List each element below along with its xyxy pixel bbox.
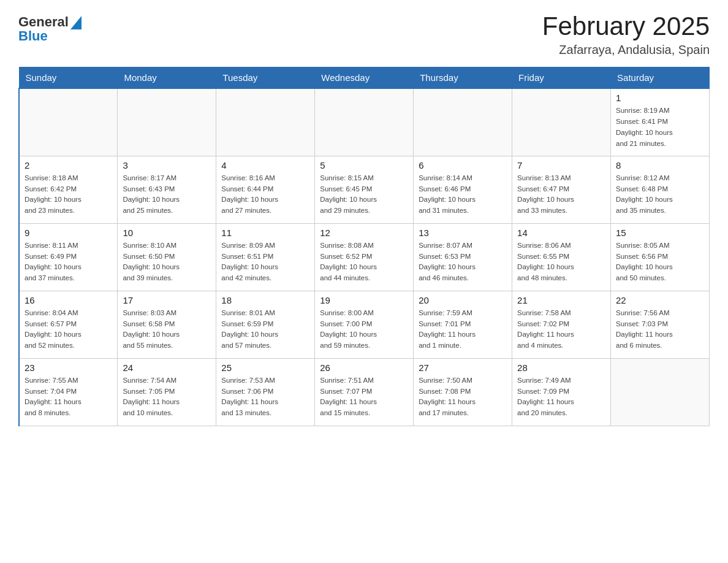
day-number: 4 [221,160,309,170]
calendar-day-cell: 21Sunrise: 7:58 AM Sunset: 7:02 PM Dayli… [512,291,611,358]
day-info: Sunrise: 7:54 AM Sunset: 7:05 PM Dayligh… [123,375,211,419]
calendar-day-cell: 3Sunrise: 8:17 AM Sunset: 6:43 PM Daylig… [118,156,216,223]
calendar-table: SundayMondayTuesdayWednesdayThursdayFrid… [18,67,710,426]
day-info: Sunrise: 8:00 AM Sunset: 7:00 PM Dayligh… [320,308,408,351]
calendar-week-row: 2Sunrise: 8:18 AM Sunset: 6:42 PM Daylig… [19,156,710,223]
calendar-day-cell [414,88,512,156]
day-info: Sunrise: 7:51 AM Sunset: 7:07 PM Dayligh… [320,375,408,419]
day-info: Sunrise: 8:14 AM Sunset: 6:46 PM Dayligh… [419,173,507,216]
logo-triangle-icon [70,16,82,29]
day-info: Sunrise: 8:13 AM Sunset: 6:47 PM Dayligh… [517,173,605,216]
calendar-day-cell [19,88,118,156]
day-number: 20 [419,295,507,305]
day-info: Sunrise: 8:15 AM Sunset: 6:45 PM Dayligh… [320,173,408,216]
day-of-week-header: Sunday [19,67,118,89]
day-number: 10 [123,228,211,238]
title-block: February 2025 Zafarraya, Andalusia, Spai… [542,12,710,57]
day-info: Sunrise: 7:56 AM Sunset: 7:03 PM Dayligh… [616,308,704,351]
day-number: 8 [616,160,704,170]
day-of-week-header: Saturday [611,67,710,89]
calendar-day-cell: 25Sunrise: 7:53 AM Sunset: 7:06 PM Dayli… [216,358,315,426]
calendar-day-cell: 26Sunrise: 7:51 AM Sunset: 7:07 PM Dayli… [315,358,414,426]
calendar-day-cell: 23Sunrise: 7:55 AM Sunset: 7:04 PM Dayli… [19,358,118,426]
day-number: 1 [616,93,704,103]
svg-marker-0 [70,16,82,29]
calendar-day-cell: 28Sunrise: 7:49 AM Sunset: 7:09 PM Dayli… [512,358,611,426]
day-of-week-header: Friday [512,67,611,89]
day-number: 19 [320,295,408,305]
calendar-day-cell: 22Sunrise: 7:56 AM Sunset: 7:03 PM Dayli… [611,291,710,358]
day-of-week-header: Wednesday [315,67,414,89]
day-info: Sunrise: 8:07 AM Sunset: 6:53 PM Dayligh… [419,240,507,284]
logo: General Blue [18,15,82,43]
calendar-day-cell: 1Sunrise: 8:19 AM Sunset: 6:41 PM Daylig… [611,88,710,156]
page-header: General Blue February 2025 Zafarraya, An… [18,12,710,57]
day-of-week-header: Thursday [414,67,512,89]
day-info: Sunrise: 8:06 AM Sunset: 6:55 PM Dayligh… [517,240,605,284]
calendar-day-cell [216,88,315,156]
day-number: 17 [123,295,211,305]
day-info: Sunrise: 8:12 AM Sunset: 6:48 PM Dayligh… [616,173,704,216]
calendar-day-cell: 5Sunrise: 8:15 AM Sunset: 6:45 PM Daylig… [315,156,414,223]
day-number: 9 [25,228,112,238]
day-info: Sunrise: 7:55 AM Sunset: 7:04 PM Dayligh… [25,375,112,419]
day-number: 11 [221,228,309,238]
day-info: Sunrise: 7:58 AM Sunset: 7:02 PM Dayligh… [517,308,605,351]
day-info: Sunrise: 7:49 AM Sunset: 7:09 PM Dayligh… [517,375,605,419]
day-info: Sunrise: 8:18 AM Sunset: 6:42 PM Dayligh… [25,173,112,216]
day-info: Sunrise: 7:53 AM Sunset: 7:06 PM Dayligh… [221,375,309,419]
day-number: 2 [25,160,112,170]
calendar-day-cell: 7Sunrise: 8:13 AM Sunset: 6:47 PM Daylig… [512,156,611,223]
day-number: 14 [517,228,605,238]
day-number: 3 [123,160,211,170]
day-info: Sunrise: 8:01 AM Sunset: 6:59 PM Dayligh… [221,308,309,351]
calendar-day-cell: 10Sunrise: 8:10 AM Sunset: 6:50 PM Dayli… [118,223,216,291]
day-number: 28 [517,362,605,373]
day-number: 13 [419,228,507,238]
day-number: 27 [419,362,507,373]
day-info: Sunrise: 8:11 AM Sunset: 6:49 PM Dayligh… [25,240,112,284]
calendar-day-cell: 4Sunrise: 8:16 AM Sunset: 6:44 PM Daylig… [216,156,315,223]
day-info: Sunrise: 8:19 AM Sunset: 6:41 PM Dayligh… [616,105,704,149]
calendar-subtitle: Zafarraya, Andalusia, Spain [542,43,710,57]
day-number: 16 [25,295,112,305]
calendar-day-cell: 17Sunrise: 8:03 AM Sunset: 6:58 PM Dayli… [118,291,216,358]
day-info: Sunrise: 8:05 AM Sunset: 6:56 PM Dayligh… [616,240,704,284]
day-number: 25 [221,362,309,373]
calendar-day-cell: 15Sunrise: 8:05 AM Sunset: 6:56 PM Dayli… [611,223,710,291]
logo-blue-text: Blue [18,29,82,43]
day-info: Sunrise: 8:10 AM Sunset: 6:50 PM Dayligh… [123,240,211,284]
calendar-day-cell: 11Sunrise: 8:09 AM Sunset: 6:51 PM Dayli… [216,223,315,291]
day-number: 24 [123,362,211,373]
day-of-week-header: Tuesday [216,67,315,89]
calendar-day-cell [512,88,611,156]
day-number: 15 [616,228,704,238]
day-info: Sunrise: 8:16 AM Sunset: 6:44 PM Dayligh… [221,173,309,216]
day-of-week-header: Monday [118,67,216,89]
calendar-day-cell: 12Sunrise: 8:08 AM Sunset: 6:52 PM Dayli… [315,223,414,291]
calendar-day-cell: 19Sunrise: 8:00 AM Sunset: 7:00 PM Dayli… [315,291,414,358]
day-info: Sunrise: 8:03 AM Sunset: 6:58 PM Dayligh… [123,308,211,351]
day-info: Sunrise: 8:17 AM Sunset: 6:43 PM Dayligh… [123,173,211,216]
calendar-day-cell: 6Sunrise: 8:14 AM Sunset: 6:46 PM Daylig… [414,156,512,223]
day-number: 6 [419,160,507,170]
calendar-day-cell: 2Sunrise: 8:18 AM Sunset: 6:42 PM Daylig… [19,156,118,223]
calendar-header-row: SundayMondayTuesdayWednesdayThursdayFrid… [19,67,710,89]
day-number: 12 [320,228,408,238]
logo-general-text: General [18,15,69,29]
calendar-day-cell [611,358,710,426]
calendar-week-row: 23Sunrise: 7:55 AM Sunset: 7:04 PM Dayli… [19,358,710,426]
calendar-week-row: 1Sunrise: 8:19 AM Sunset: 6:41 PM Daylig… [19,88,710,156]
day-info: Sunrise: 7:50 AM Sunset: 7:08 PM Dayligh… [419,375,507,419]
calendar-title: February 2025 [542,12,710,40]
day-info: Sunrise: 8:09 AM Sunset: 6:51 PM Dayligh… [221,240,309,284]
calendar-day-cell: 13Sunrise: 8:07 AM Sunset: 6:53 PM Dayli… [414,223,512,291]
calendar-day-cell: 18Sunrise: 8:01 AM Sunset: 6:59 PM Dayli… [216,291,315,358]
calendar-day-cell: 16Sunrise: 8:04 AM Sunset: 6:57 PM Dayli… [19,291,118,358]
calendar-day-cell [118,88,216,156]
day-number: 22 [616,295,704,305]
day-number: 23 [25,362,112,373]
day-number: 21 [517,295,605,305]
calendar-day-cell: 14Sunrise: 8:06 AM Sunset: 6:55 PM Dayli… [512,223,611,291]
calendar-day-cell: 24Sunrise: 7:54 AM Sunset: 7:05 PM Dayli… [118,358,216,426]
